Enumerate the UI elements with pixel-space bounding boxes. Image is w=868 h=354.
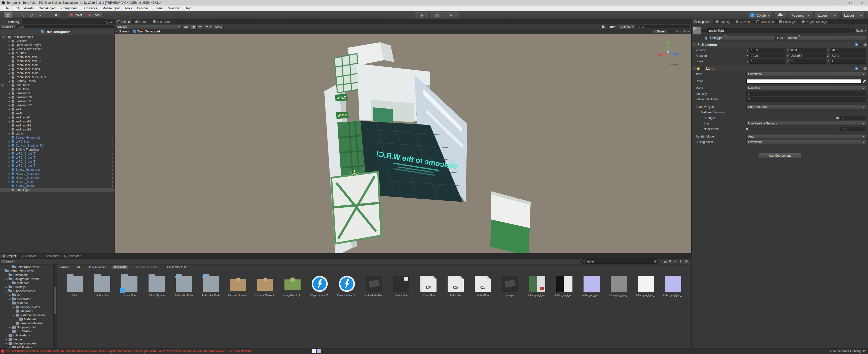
asset-item[interactable]: Player/Tether Di..: [334, 272, 360, 297]
hierarchy-item[interactable]: ▶ Hazard_Mask (2) ›: [0, 176, 115, 180]
asset-item[interactable]: tethergun_tgun_..: [606, 272, 632, 297]
bottom-tab[interactable]: Animation: [39, 254, 62, 258]
scene-lighting-toggle[interactable]: [191, 25, 196, 29]
gear-icon[interactable]: [864, 67, 867, 70]
expand-arrow-icon[interactable]: ▶: [12, 306, 16, 309]
favorite-icon[interactable]: ★: [674, 260, 677, 263]
hierarchy-item[interactable]: ▶ RoomDoor_Main4 ›: [0, 67, 115, 71]
clear-search-icon[interactable]: ✕: [654, 260, 657, 263]
bottom-tab[interactable]: Project: [0, 254, 19, 258]
asset-item[interactable]: Player/Tether C..: [307, 272, 333, 297]
auto-save-checkbox[interactable]: [670, 30, 673, 33]
visibility-eye-icon[interactable]: [1, 84, 4, 86]
intensity-field[interactable]: 1: [746, 92, 866, 96]
asset-item[interactable]: Tether: [62, 272, 88, 297]
expand-arrow-icon[interactable]: ▶: [5, 339, 8, 341]
view-tab[interactable]: Scene: [115, 20, 133, 24]
help-icon[interactable]: [855, 67, 858, 70]
expand-arrow-icon[interactable]: ▶: [9, 294, 12, 296]
prefab-chevron-icon[interactable]: ›: [112, 176, 113, 179]
expand-arrow-icon[interactable]: ▶: [8, 141, 11, 143]
breadcrumb-scene-name[interactable]: Train Terrapoint: [137, 30, 160, 33]
prefab-chevron-icon[interactable]: ›: [112, 136, 113, 139]
asset-item[interactable]: tethergun_tgun_..: [633, 272, 659, 297]
2d-toggle-button[interactable]: 2D: [182, 25, 190, 29]
project-search-input[interactable]: tether ✕: [581, 259, 659, 264]
hierarchy-item[interactable]: wall1 ›: [0, 111, 115, 115]
hierarchy-item[interactable]: wall_small2 ›: [0, 123, 115, 128]
menu-item[interactable]: Help: [182, 5, 194, 11]
slider-knob[interactable]: [836, 117, 839, 119]
pause-button[interactable]: [430, 12, 444, 19]
asset-item[interactable]: tethergun_tgun..: [524, 272, 550, 297]
hierarchy-item[interactable]: ▶ RoomDoor_Main ›: [0, 63, 115, 67]
expand-arrow-icon[interactable]: ▶: [8, 149, 11, 151]
cloud-button[interactable]: [775, 12, 786, 19]
layout-dropdown[interactable]: Layout: [841, 12, 865, 19]
hierarchy-item[interactable]: ▶ WRC_Crate (7) ›: [0, 155, 115, 160]
presets-icon[interactable]: [859, 67, 862, 70]
shading-mode-dropdown[interactable]: Shaded: [115, 25, 182, 29]
x-value-field[interactable]: 15.72: [749, 48, 785, 52]
hierarchy-item[interactable]: ▶ pCube1 ›: [0, 51, 115, 55]
expand-arrow-icon[interactable]: ▶: [8, 104, 11, 107]
view-tab[interactable]: Game: [133, 20, 150, 24]
asset-item[interactable]: TetherGun: [470, 272, 496, 297]
scope-all[interactable]: All: [75, 265, 82, 269]
expand-arrow-icon[interactable]: ▶: [8, 100, 11, 103]
folder-item[interactable]: TERRACO: [0, 329, 53, 333]
menu-item[interactable]: Tools: [122, 5, 134, 11]
hand-tool-button[interactable]: [3, 11, 12, 19]
minimize-button[interactable]: –: [833, 0, 845, 5]
inspector-tab[interactable]: Lighting: [713, 20, 733, 24]
folder-item[interactable]: City Prefabs: [0, 333, 53, 338]
transform-tool-button[interactable]: [44, 11, 52, 19]
expand-arrow-icon[interactable]: ▶: [8, 156, 11, 159]
scope-asset-store[interactable]: Asset Store: 0 / 1: [165, 265, 192, 269]
menu-item[interactable]: Custom: [134, 5, 150, 11]
asset-item[interactable]: General Servant..: [225, 272, 251, 297]
z-value-field[interactable]: 1: [830, 59, 866, 64]
expand-arrow-icon[interactable]: ▼: [12, 314, 16, 317]
prefab-chevron-icon[interactable]: ›: [112, 160, 113, 164]
hierarchy-item[interactable]: ▶ Hazard_Mask (1) ›: [0, 172, 115, 176]
hierarchy-item[interactable]: ▶ WRC_Crate (5) ›: [0, 164, 115, 168]
prefab-chevron-icon[interactable]: ›: [112, 164, 113, 168]
eyedropper-icon[interactable]: [863, 80, 866, 83]
expand-arrow-icon[interactable]: ▼: [5, 278, 8, 280]
asset-item[interactable]: Tether Gun: [116, 272, 143, 297]
inspector-tab[interactable]: Services: [733, 20, 754, 24]
hierarchy-item[interactable]: ▶ Lights ›: [0, 132, 115, 136]
culling-mask-dropdown[interactable]: Everything: [746, 140, 866, 144]
bottom-tab[interactable]: Console: [19, 254, 39, 258]
hierarchy-item[interactable]: ▶ wall_small1 ›: [0, 119, 115, 123]
view-tab[interactable]: Asset Store: [150, 20, 175, 24]
hierarchy-item[interactable]: ▶ transform9 ›: [0, 91, 115, 95]
expand-arrow-icon[interactable]: ▶: [8, 44, 11, 46]
hierarchy-item[interactable]: ▶ transform10 ›: [0, 95, 115, 99]
folder-item[interactable]: ▼ City Accessories: [0, 289, 53, 293]
scene-audio-toggle[interactable]: [197, 25, 204, 29]
chevron-down-icon[interactable]: [865, 29, 866, 32]
asset-item[interactable]: Tetherable Parts: [198, 272, 224, 297]
z-value-field[interactable]: 20.85: [830, 48, 866, 52]
expand-arrow-icon[interactable]: ▼: [5, 36, 8, 38]
hierarchy-item[interactable]: ▶ transform12 ›: [0, 103, 115, 107]
asset-item[interactable]: Tetherable Parts: [171, 272, 197, 297]
asset-item[interactable]: General Servant..: [252, 272, 278, 297]
hierarchy-item[interactable]: Safety_Helmet (1) ›: [0, 168, 115, 172]
expand-arrow-icon[interactable]: ▶: [8, 96, 11, 99]
layer-dropdown[interactable]: Default: [786, 36, 866, 40]
menu-item[interactable]: Component: [59, 5, 80, 11]
collab-filter-icon[interactable]: [664, 260, 667, 263]
folder-item[interactable]: ▶ hanging cloths: [0, 305, 53, 309]
inspector-tab[interactable]: Inspector: [691, 20, 713, 24]
create-button[interactable]: Create: [1, 259, 15, 263]
camera-settings-dropdown[interactable]: [608, 25, 618, 29]
expand-arrow-icon[interactable]: ▶: [8, 68, 11, 70]
tree-scrollbar[interactable]: [53, 264, 57, 349]
scope-in-packages[interactable]: In Packages: [87, 265, 107, 269]
folder-item[interactable]: ▼ Background Terrain: [0, 277, 53, 281]
hierarchy-item[interactable]: ▶ transform11 ›: [0, 99, 115, 103]
perspective-label[interactable]: ‹ Persp: [668, 63, 678, 67]
